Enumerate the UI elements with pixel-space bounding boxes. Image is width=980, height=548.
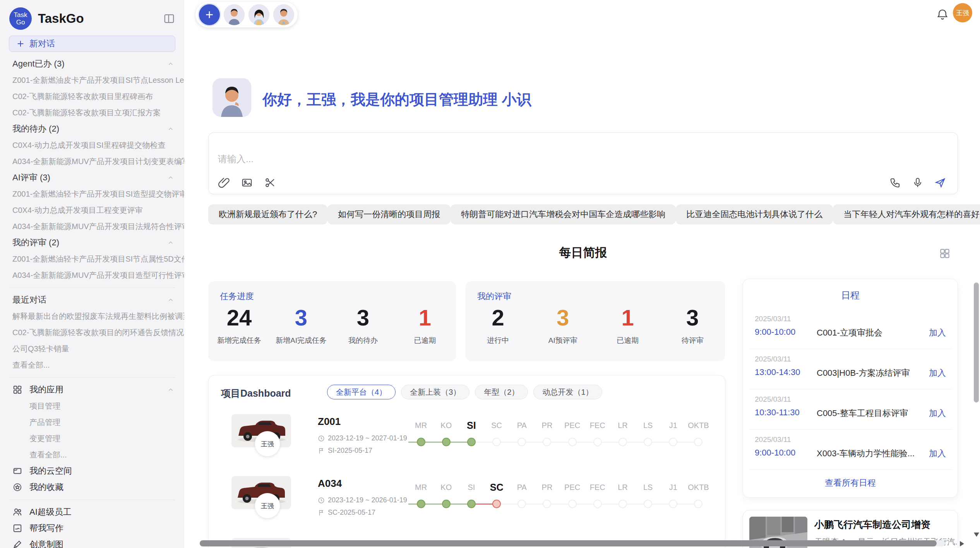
sidebar-collapse-icon[interactable] — [163, 13, 175, 24]
section-header-agent-done[interactable]: Agent已办 (3) — [0, 56, 184, 72]
milestone-dot — [644, 438, 652, 446]
milestone: OKTB — [686, 419, 711, 449]
new-chat-button[interactable]: 新对话 — [9, 36, 175, 52]
assistant-avatar-3[interactable] — [273, 4, 294, 25]
horizontal-scrollbar-thumb[interactable] — [200, 540, 937, 546]
tab-new-body[interactable]: 全新上装（3） — [401, 385, 469, 399]
sidebar-item-label: 我的收藏 — [29, 481, 63, 493]
milestone-dot — [543, 500, 551, 508]
join-link[interactable]: 加入 — [929, 367, 946, 379]
suggestion-chip[interactable]: 欧洲新规最近颁布了什么? — [208, 204, 327, 224]
section-header-my-review[interactable]: 我的评审 (2) — [0, 235, 184, 251]
suggestion-chip[interactable]: 如何写一份清晰的项目周报 — [327, 204, 451, 224]
stat-new-ai-done: 3 新增AI完成任务 — [270, 305, 332, 346]
assistant-avatar-2[interactable] — [248, 4, 269, 25]
clock-icon — [318, 435, 325, 442]
user-avatar[interactable]: 王强 — [953, 3, 972, 22]
app-item-change-mgmt[interactable]: 变更管理 — [0, 430, 184, 447]
stat-overdue: 1 已逾期 — [595, 305, 660, 346]
conversation-item[interactable]: A034-全新新能源MUV产品开发项目造型可行性评审 — [0, 267, 184, 283]
sidebar-item-my-apps[interactable]: 我的应用 — [0, 382, 184, 398]
scroll-down-arrow[interactable] — [974, 533, 979, 537]
milestone: KO — [433, 481, 459, 511]
vertical-scrollbar-thumb[interactable] — [974, 283, 979, 402]
scissors-icon[interactable] — [264, 177, 276, 188]
section-label: Agent已办 (3) — [12, 58, 65, 70]
conversation-item[interactable]: C0X4-动力总成开发项目工程变更评审 — [0, 202, 184, 218]
recent-item-view-all[interactable]: 查看全部... — [0, 357, 184, 373]
recent-item[interactable]: 解释最新出台的欧盟报废车法规再生塑料比例被调至15%... — [0, 308, 184, 324]
sidebar-item-cloud-space[interactable]: 我的云空间 — [0, 463, 184, 479]
chat-input[interactable] — [218, 153, 798, 171]
vertical-scrollbar-track[interactable] — [974, 267, 979, 530]
app-item-product-mgmt[interactable]: 产品管理 — [0, 414, 184, 430]
conversation-item[interactable]: C02-飞腾新能源轻客改款项目里程碑画布 — [0, 88, 184, 104]
conversation-item[interactable]: Z001-全新燃油皮卡产品开发项目SI节点Lesson Learn报告 — [0, 72, 184, 88]
user-name: 王强 — [956, 9, 969, 17]
sidebar-header: Task Go TaskGo — [0, 6, 184, 31]
stat-value: 3 — [332, 305, 394, 330]
project-row[interactable]: 王强 A034 2023-12-19 ~ 2026-01-19 SC-2025-… — [209, 473, 725, 531]
app-item-project-mgmt[interactable]: 项目管理 — [0, 398, 184, 414]
conversation-item[interactable]: C0X4-动力总成开发项目SI里程碑提交物检查 — [0, 137, 184, 153]
join-link[interactable]: 加入 — [929, 327, 946, 339]
dates-text: 2023-12-19 ~ 2027-01-19 — [328, 434, 407, 442]
divider — [0, 495, 184, 504]
logo-line2: Go — [16, 19, 25, 26]
join-link[interactable]: 加入 — [929, 408, 946, 419]
project-row[interactable]: 王强 Z001 2023-12-19 ~ 2027-01-19 SI-2025-… — [209, 411, 725, 469]
conversation-item[interactable]: A034-全新新能源MUV产品开发项目计划变更表编写 — [0, 153, 184, 170]
milestone-dot — [669, 500, 677, 508]
suggestion-chip[interactable]: 特朗普可能对进口汽车增税会对中国车企造成哪些影响 — [451, 204, 676, 224]
sidebar-item-creative-draw[interactable]: 创意制图 — [0, 536, 184, 548]
assistant-avatar-1[interactable] — [224, 4, 245, 25]
conversation-item[interactable]: Z001-全新燃油轻卡产品开发项目SI节点属性5D文件评审 — [0, 251, 184, 267]
section-header-my-todo[interactable]: 我的待办 (2) — [0, 121, 184, 137]
conversation-item[interactable]: C02-飞腾新能源轻客改款项目立项汇报方案 — [0, 104, 184, 121]
milestone: PA — [509, 419, 535, 449]
attachment-icon[interactable] — [218, 177, 230, 188]
logo-line1: Task — [14, 11, 27, 19]
section-label: 最近对话 — [12, 294, 46, 306]
stat-label: 已逾期 — [595, 336, 660, 346]
sidebar: Task Go TaskGo 新对话 Agent已办 (3) Z001-全新燃油… — [0, 0, 184, 548]
layout-grid-icon[interactable] — [939, 248, 951, 259]
view-all-schedule-link[interactable]: 查看所有日程 — [743, 477, 958, 489]
phone-icon[interactable] — [889, 177, 901, 188]
sidebar-item-help-write[interactable]: 帮我写作 — [0, 520, 184, 536]
send-icon[interactable] — [934, 177, 946, 188]
tab-powertrain[interactable]: 动总开发（1） — [533, 385, 602, 399]
composer-left-tools — [218, 177, 276, 188]
milestone-dot — [517, 500, 526, 508]
notification-bell-icon[interactable] — [937, 9, 948, 20]
scroll-right-arrow[interactable] — [960, 541, 964, 546]
conversation-item[interactable]: Z001-全新燃油轻卡产品开发项目SI造型提交物评审 — [0, 186, 184, 202]
app-item-view-all[interactable]: 查看全部... — [0, 447, 184, 463]
milestone-dot — [442, 438, 451, 446]
tab-year-model[interactable]: 年型（2） — [475, 385, 528, 399]
suggestion-chip[interactable]: 当下年轻人对汽车外观有怎样的喜好趋势 — [833, 204, 980, 224]
join-link[interactable]: 加入 — [929, 448, 946, 459]
microphone-icon[interactable] — [912, 177, 923, 188]
section-header-ai-review[interactable]: AI评审 (3) — [0, 170, 184, 186]
recent-item[interactable]: C02-飞腾新能源轻客改款项目的闭环通告反馈情况 — [0, 324, 184, 341]
suggestion-chip[interactable]: 比亚迪全固态电池计划具体说了什么 — [676, 204, 833, 224]
conversation-item[interactable]: A034-全新新能源MUV产品开发项目法规符合性评审 — [0, 218, 184, 235]
image-upload-icon[interactable] — [241, 177, 253, 188]
chat-composer — [208, 132, 958, 194]
sidebar-item-favorites[interactable]: 我的收藏 — [0, 479, 184, 495]
suggestion-chips: 欧洲新规最近颁布了什么? 如何写一份清晰的项目周报 特朗普可能对进口汽车增税会对… — [208, 204, 958, 224]
milestone-current-overdue: SC — [484, 481, 509, 511]
horizontal-scrollbar-track[interactable] — [200, 540, 945, 546]
section-header-recent[interactable]: 最近对话 — [0, 292, 184, 308]
stat-ai-prereview: 3 AI预评审 — [531, 305, 596, 346]
clock-icon — [318, 497, 325, 504]
milestone: MR — [408, 419, 433, 449]
sidebar-item-ai-employee[interactable]: AI超级员工 — [0, 504, 184, 520]
milestone-dot — [618, 438, 627, 446]
add-assistant-button[interactable] — [199, 4, 220, 25]
section-label: 我的待办 (2) — [12, 123, 59, 135]
milestone-dot — [593, 438, 602, 446]
recent-item[interactable]: 公司Q3轻卡销量 — [0, 341, 184, 357]
tab-new-platform[interactable]: 全新平台（4） — [327, 385, 396, 399]
